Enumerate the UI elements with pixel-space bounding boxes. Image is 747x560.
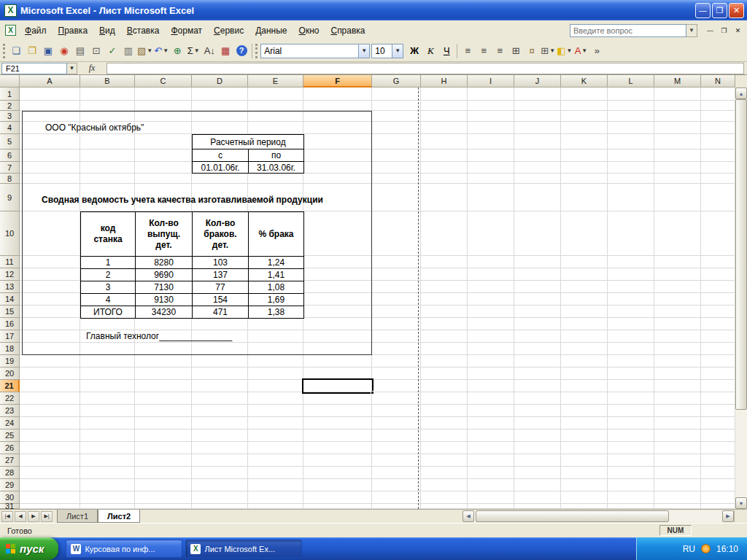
horizontal-scrollbar[interactable]: ◀ ▶: [462, 510, 747, 522]
merge-center-button[interactable]: ⊞: [508, 43, 524, 59]
sheet-tab-Лист1[interactable]: Лист1: [57, 510, 98, 523]
insert-function-button[interactable]: fx: [82, 63, 102, 74]
table-cell[interactable]: 1: [81, 257, 136, 269]
row-header-10[interactable]: 10: [0, 211, 20, 256]
dropdown-arrow-icon[interactable]: ▼: [194, 47, 200, 54]
currency-button[interactable]: ¤: [524, 43, 540, 59]
scroll-right-icon[interactable]: ▶: [722, 510, 734, 522]
table-cell[interactable]: 154: [193, 294, 249, 306]
scroll-up-icon[interactable]: ▲: [735, 88, 747, 99]
table-header-cell[interactable]: % брака: [249, 212, 304, 257]
align-left-button[interactable]: ≡: [460, 43, 476, 59]
fill-color-button[interactable]: ◧▼: [556, 43, 573, 59]
name-box-dropdown-icon[interactable]: ▼: [67, 63, 77, 74]
row-header-2[interactable]: 2: [0, 101, 20, 111]
dropdown-arrow-icon[interactable]: ▼: [163, 47, 169, 54]
column-header-K[interactable]: K: [561, 75, 608, 88]
table-cell[interactable]: 1,24: [249, 257, 304, 269]
period-to-label-cell[interactable]: по: [249, 149, 304, 162]
cell-company-name[interactable]: ООО "Красный октябрь": [45, 122, 144, 134]
menu-item[interactable]: Окно: [293, 23, 325, 38]
menu-item[interactable]: Вставка: [121, 23, 166, 38]
table-header-cell[interactable]: Кол-во выпущ. дет.: [136, 212, 193, 257]
taskbar-task-word[interactable]: WКурсовая по инф...: [66, 540, 182, 558]
vertical-scroll-track[interactable]: [735, 99, 747, 497]
table-cell[interactable]: 8280: [136, 257, 193, 269]
print-button[interactable]: ▤: [72, 43, 88, 59]
menu-item[interactable]: Вид: [93, 23, 121, 38]
menu-item[interactable]: Справка: [325, 23, 371, 38]
row-header-16[interactable]: 16: [0, 318, 20, 330]
toolbar-grip[interactable]: [255, 44, 258, 58]
font-name-combo[interactable]: Arial ▼: [260, 44, 370, 58]
row-header-11[interactable]: 11: [0, 256, 20, 268]
minimize-button[interactable]: —: [695, 3, 711, 18]
row-header-24[interactable]: 24: [0, 417, 20, 429]
row-header-28[interactable]: 28: [0, 467, 20, 479]
table-cell[interactable]: ИТОГО: [81, 306, 136, 319]
row-header-31[interactable]: 31: [0, 504, 20, 509]
period-to-date-cell[interactable]: 31.03.06г.: [249, 162, 304, 174]
row-header-12[interactable]: 12: [0, 268, 20, 281]
row-header-3[interactable]: 3: [0, 111, 20, 122]
row-header-25[interactable]: 25: [0, 429, 20, 442]
menu-item[interactable]: Формат: [165, 23, 208, 38]
question-input[interactable]: [570, 24, 686, 37]
column-header-B[interactable]: B: [80, 75, 135, 88]
fill-handle[interactable]: [371, 391, 374, 394]
column-header-L[interactable]: L: [608, 75, 654, 88]
open-folder-button[interactable]: ❐: [24, 43, 40, 59]
row-header-15[interactable]: 15: [0, 306, 20, 318]
column-header-D[interactable]: D: [192, 75, 248, 88]
chart-wizard-button[interactable]: ▦: [217, 43, 233, 59]
horizontal-scroll-thumb[interactable]: [476, 510, 669, 522]
menu-item[interactable]: Файл: [19, 23, 53, 38]
row-header-1[interactable]: 1: [0, 88, 20, 101]
italic-button[interactable]: К: [422, 43, 438, 59]
table-cell[interactable]: 1,69: [249, 294, 304, 306]
row-header-29[interactable]: 29: [0, 479, 20, 491]
table-cell[interactable]: 1,08: [249, 281, 304, 294]
formula-input[interactable]: [107, 63, 744, 74]
row-header-6[interactable]: 6: [0, 149, 20, 162]
table-cell[interactable]: 1,41: [249, 269, 304, 281]
next-sheet-button[interactable]: ▶: [28, 511, 39, 522]
row-header-9[interactable]: 9: [0, 184, 20, 211]
column-header-I[interactable]: I: [468, 75, 514, 88]
table-cell[interactable]: 7130: [136, 281, 193, 294]
row-header-27[interactable]: 27: [0, 454, 20, 467]
workbook-minimize-button[interactable]: —: [704, 25, 716, 36]
table-cell[interactable]: 4: [81, 294, 136, 306]
close-button[interactable]: ✕: [729, 3, 744, 18]
vertical-scroll-thumb[interactable]: [735, 99, 747, 410]
report-title[interactable]: Сводная ведомость учета качества изготав…: [42, 184, 323, 211]
align-center-button[interactable]: ≡: [476, 43, 492, 59]
sheet-tab-Лист2[interactable]: Лист2: [98, 510, 140, 523]
print-preview-button[interactable]: ⊡: [88, 43, 104, 59]
table-cell[interactable]: 77: [193, 281, 249, 294]
row-header-26[interactable]: 26: [0, 442, 20, 454]
period-from-date-cell[interactable]: 01.01.06г.: [193, 162, 249, 174]
undo-button[interactable]: ↶▼: [153, 43, 169, 59]
copy-button[interactable]: ▥: [120, 43, 136, 59]
period-from-label-cell[interactable]: с: [193, 149, 249, 162]
tray-clock-icon[interactable]: [701, 544, 711, 553]
table-cell[interactable]: 2: [81, 269, 136, 281]
signature-line[interactable]: Главный технолог_______________: [86, 330, 232, 343]
row-header-7[interactable]: 7: [0, 162, 20, 174]
permission-button[interactable]: ◉: [56, 43, 72, 59]
borders-button[interactable]: ⊞▼: [540, 43, 556, 59]
taskbar-task-excel[interactable]: XЛист Microsoft Ex...: [185, 540, 302, 558]
menu-item[interactable]: Данные: [249, 23, 293, 38]
save-button[interactable]: ▣: [40, 43, 56, 59]
dropdown-arrow-icon[interactable]: ▼: [581, 47, 587, 54]
table-header-cell[interactable]: Кол-во браков. дет.: [193, 212, 249, 257]
row-header-19[interactable]: 19: [0, 355, 20, 368]
question-dropdown-icon[interactable]: ▼: [686, 24, 697, 37]
table-cell[interactable]: 1,38: [249, 306, 304, 319]
align-right-button[interactable]: ≡: [492, 43, 508, 59]
paste-button[interactable]: ▧▼: [136, 43, 153, 59]
workbook-close-button[interactable]: ✕: [732, 25, 744, 36]
table-cell[interactable]: 9690: [136, 269, 193, 281]
insert-hyperlink-button[interactable]: ⊕: [169, 43, 185, 59]
